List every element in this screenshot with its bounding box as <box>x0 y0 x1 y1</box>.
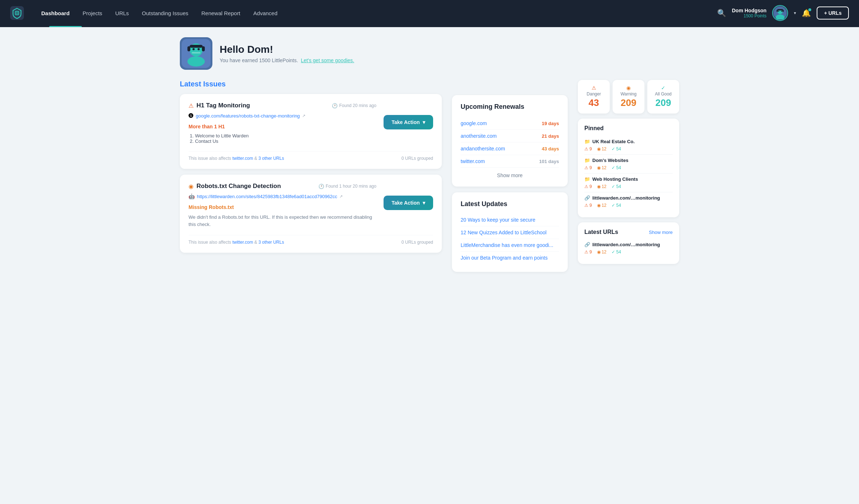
clock-icon-1: 🕐 <box>332 103 338 108</box>
affects-extra-link-1[interactable]: 3 other URLs <box>258 156 284 161</box>
pinned-warning-3: ◉12 <box>597 184 606 189</box>
issue-card-1: ⚠ H1 Tag Monitoring 🕐 Found 20 mins ago … <box>180 94 442 169</box>
greeting-text: Hello Dom! <box>220 44 354 55</box>
renewal-domain-3[interactable]: andanothersite.com <box>461 146 505 151</box>
google-icon-1: 🅖 <box>189 113 194 119</box>
welcome-cta-link[interactable]: Let's get some goodies. <box>301 57 354 63</box>
issue-grouped-2: 0 URLs grouped <box>402 240 433 245</box>
pinned-item-4[interactable]: 🔗 littlewarden.com/…monitoring ⚠9 ◉12 ✓5… <box>584 192 673 211</box>
svg-point-14 <box>187 56 205 67</box>
chevron-down-icon[interactable]: ▾ <box>794 10 796 16</box>
nav-user-info: Dom Hodgson 1500 Points <box>732 8 767 18</box>
renewal-domain-4[interactable]: twitter.com <box>461 158 485 164</box>
svg-point-7 <box>778 11 779 12</box>
stat-danger-value: 43 <box>581 97 606 108</box>
renewal-days-3: 43 days <box>542 146 559 151</box>
renewals-title: Upcoming Renewals <box>461 103 559 111</box>
updates-card: Latest Updates 20 Ways to keep your site… <box>452 192 568 272</box>
nav-links: Dashboard Projects URLs Outstanding Issu… <box>35 7 717 20</box>
pinned-good-4: ✓54 <box>612 203 621 208</box>
affects-extra-link-2[interactable]: 3 other URLs <box>258 240 284 245</box>
pinned-name-2: Dom's Websites <box>592 158 629 163</box>
nav-link-dashboard[interactable]: Dashboard <box>35 7 75 20</box>
search-icon[interactable]: 🔍 <box>717 9 726 17</box>
nav-link-outstanding[interactable]: Outstanding Issues <box>136 7 194 20</box>
update-item-4[interactable]: Join our Beta Program and earn points <box>461 252 559 264</box>
latest-issues-title: Latest Issues <box>180 80 442 88</box>
navbar: Dashboard Projects URLs Outstanding Issu… <box>0 0 859 27</box>
nav-link-renewal[interactable]: Renewal Report <box>195 7 246 20</box>
external-link-icon-1[interactable]: ↗ <box>302 114 305 118</box>
pinned-name-3: Web Hosting Clients <box>592 176 638 182</box>
notification-bell[interactable]: 🔔 <box>802 9 811 17</box>
url-warning-1: ◉12 <box>597 249 606 255</box>
latest-url-name-1: littlewarden.com/…monitoring <box>592 242 660 247</box>
issue-grouped-1: 0 URLs grouped <box>402 156 433 161</box>
svg-point-16 <box>198 48 200 50</box>
renewal-domain-2[interactable]: anothersite.com <box>461 133 497 139</box>
avatar[interactable] <box>772 5 788 21</box>
url-good-1: ✓54 <box>612 249 621 255</box>
danger-icon: ⚠ <box>581 85 606 91</box>
chevron-icon-2: ▾ <box>423 200 425 206</box>
pinned-warning-4: ◉12 <box>597 203 606 208</box>
welcome-subtitle: You have earned 1500 LittlePoints. Let's… <box>220 57 354 63</box>
chevron-icon-1: ▾ <box>423 119 425 125</box>
pinned-name-1: UK Real Estate Co. <box>592 139 635 144</box>
stat-card-danger[interactable]: ⚠ Danger 43 <box>578 80 610 114</box>
issue-url-2[interactable]: https://littlewarden.com/sites/8425983fb… <box>197 194 337 199</box>
stat-danger-label: Danger <box>581 91 606 97</box>
issue-url-1[interactable]: google.com/features/robots-txt-change-mo… <box>196 113 300 119</box>
latest-urls-show-more[interactable]: Show more <box>649 230 673 235</box>
nav-link-urls[interactable]: URLs <box>110 7 135 20</box>
warning-icon-stat: ◉ <box>616 85 641 91</box>
stat-good-value: 209 <box>651 97 676 108</box>
external-link-icon-2[interactable]: ↗ <box>339 194 343 199</box>
welcome-avatar <box>180 37 212 70</box>
update-item-1[interactable]: 20 Ways to keep your site secure <box>461 214 559 226</box>
pinned-item-3[interactable]: 📁 Web Hosting Clients ⚠9 ◉12 ✓54 <box>584 174 673 192</box>
issue-list-item-1: Welcome to Little Warden <box>195 133 376 138</box>
nav-user-name: Dom Hodgson <box>732 8 767 13</box>
stat-card-good[interactable]: ✓ All Good 209 <box>647 80 679 114</box>
latest-url-item-1[interactable]: 🔗 littlewarden.com/…monitoring ⚠9 ◉12 ✓5… <box>584 239 673 257</box>
affects-link-2[interactable]: twitter.com <box>232 240 253 245</box>
update-item-3[interactable]: LittleMerchandise has even more goodi... <box>461 239 559 252</box>
stat-good-label: All Good <box>651 91 676 97</box>
take-action-button-1[interactable]: Take Action ▾ <box>384 115 433 129</box>
nav-link-advanced[interactable]: Advanced <box>247 7 283 20</box>
latest-urls-section: Latest URLs Show more 🔗 littlewarden.com… <box>578 222 679 264</box>
issue-title-1: H1 Tag Monitoring <box>196 102 250 109</box>
nav-logo[interactable] <box>10 6 24 20</box>
pinned-good-2: ✓54 <box>612 165 621 170</box>
stat-warning-value: 209 <box>616 97 641 108</box>
add-urls-button[interactable]: + URLs <box>817 7 849 20</box>
nav-link-projects[interactable]: Projects <box>77 7 108 20</box>
show-more-link[interactable]: Show more <box>497 172 523 178</box>
renewal-days-1: 19 days <box>542 121 559 126</box>
pinned-item-2[interactable]: 📁 Dom's Websites ⚠9 ◉12 ✓54 <box>584 155 673 174</box>
renewals-show-more[interactable]: Show more <box>461 167 559 179</box>
link-icon-4: 🔗 <box>584 195 590 201</box>
pinned-danger-1: ⚠9 <box>584 146 592 151</box>
pinned-danger-4: ⚠9 <box>584 203 592 208</box>
renewal-item-1: google.com 19 days <box>461 117 559 130</box>
issue-problem-1: More than 1 H1 <box>189 124 376 129</box>
affects-link-1[interactable]: twitter.com <box>232 156 253 161</box>
stat-card-warning[interactable]: ◉ Warning 209 <box>613 80 644 114</box>
renewal-days-2: 21 days <box>542 133 559 139</box>
issue-problem-2: Missing Robots.txt <box>189 204 376 210</box>
pinned-item-1[interactable]: 📁 UK Real Estate Co. ⚠9 ◉12 ✓54 <box>584 136 673 155</box>
take-action-button-2[interactable]: Take Action ▾ <box>384 196 433 210</box>
svg-rect-19 <box>202 46 205 51</box>
robots-icon-2: 🤖 <box>189 193 195 199</box>
renewal-domain-1[interactable]: google.com <box>461 120 487 126</box>
pinned-good-1: ✓54 <box>612 146 621 151</box>
nav-user-points: 1500 Points <box>732 13 767 18</box>
renewals-card: Upcoming Renewals google.com 19 days ano… <box>452 95 568 187</box>
warning-icon-1: ⚠ <box>189 102 194 109</box>
clock-icon-2: 🕐 <box>318 184 324 189</box>
pinned-section: Pinned 📁 UK Real Estate Co. ⚠9 ◉12 ✓54 <box>578 119 679 217</box>
pinned-warning-1: ◉12 <box>597 146 606 151</box>
update-item-2[interactable]: 12 New Quizzes Added to LittleSchool <box>461 226 559 239</box>
